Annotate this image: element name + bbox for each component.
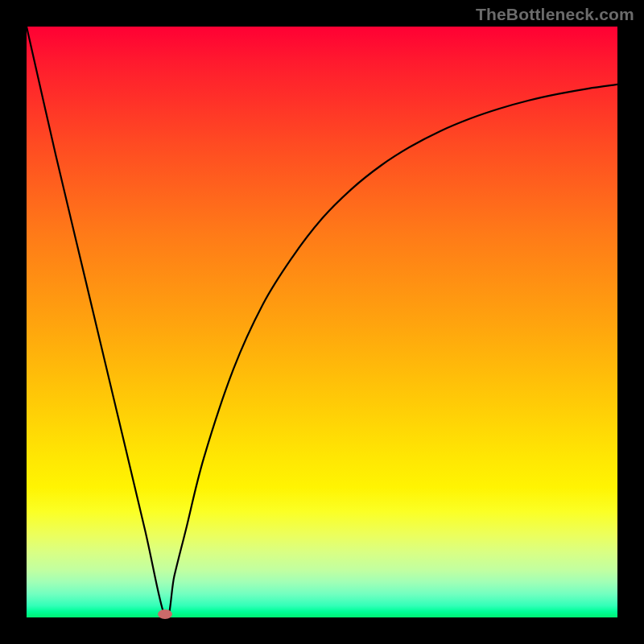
bottleneck-curve [27, 27, 617, 617]
plot-area [27, 27, 617, 617]
minimum-marker [158, 609, 172, 619]
chart-frame: TheBottleneck.com [0, 0, 644, 644]
watermark-text: TheBottleneck.com [476, 5, 634, 24]
